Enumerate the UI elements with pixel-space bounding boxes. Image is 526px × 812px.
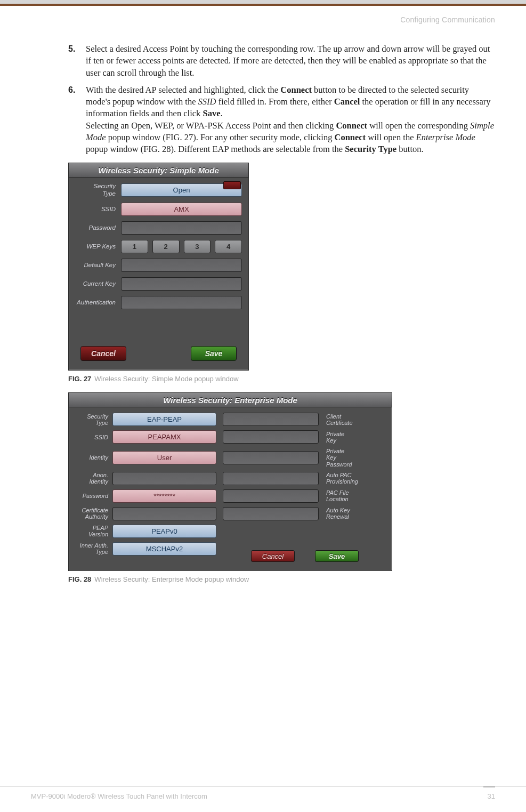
step-6-text-g: will open the corresponding <box>367 120 470 131</box>
current-key-label: Current Key <box>75 280 121 287</box>
wep-key-4[interactable]: 4 <box>215 240 242 253</box>
inner-auth-field[interactable]: MSCHAPv2 <box>112 542 216 556</box>
wep-keys-label: WEP Keys <box>75 243 121 250</box>
cert-authority-field[interactable] <box>112 507 216 520</box>
figure-28-caption-text: Wireless Security: Enterprise Mode popup… <box>94 575 249 583</box>
private-key-password-label: Private Key Password <box>323 448 385 467</box>
save-word: Save <box>203 108 220 118</box>
simple-mode-body: Security Type Open SSID AMX Password WEP… <box>69 178 248 309</box>
default-key-field[interactable] <box>121 259 242 272</box>
step-6-text-j: popup window (FIG. 28). Different EAP me… <box>86 144 345 154</box>
peap-version-label: PEAP Version <box>74 525 112 537</box>
ssid-label: SSID <box>75 206 121 213</box>
auto-key-renewal-field[interactable] <box>223 507 319 520</box>
figure-28: Wireless Security: Enterprise Mode Secur… <box>68 392 495 583</box>
step-6-text-f: Selecting an Open, WEP, or WPA-PSK Acces… <box>86 120 336 131</box>
inner-auth-label: Inner Auth. Type <box>74 542 112 555</box>
enterprise-mode-title: Wireless Security: Enterprise Mode <box>69 393 392 407</box>
connect-word: Connect <box>280 85 312 95</box>
private-key-password-field[interactable] <box>223 451 319 464</box>
pac-file-label: PAC File Location <box>323 489 385 502</box>
anon-identity-label: Anon. Identity <box>74 472 112 485</box>
ent-security-type-field[interactable]: EAP-PEAP <box>112 413 216 426</box>
identity-label: Identity <box>74 454 112 461</box>
simple-mode-panel: Wireless Security: Simple Mode Security … <box>68 163 249 371</box>
ssid-word: SSID <box>198 97 216 107</box>
close-indicator[interactable] <box>223 181 241 189</box>
auto-pac-field[interactable] <box>223 472 319 485</box>
connect-word-3: Connect <box>335 132 366 142</box>
instruction-list: Select a desired Access Point by touchin… <box>31 43 495 155</box>
default-key-label: Default Key <box>75 262 121 269</box>
wep-key-row: 1 2 3 4 <box>121 240 242 253</box>
step-5: Select a desired Access Point by touchin… <box>68 43 495 79</box>
step-5-text: Select a desired Access Point by touchin… <box>86 44 490 78</box>
enterprise-mode-panel: Wireless Security: Enterprise Mode Secur… <box>68 392 392 571</box>
section-heading: Configuring Communication <box>31 15 495 24</box>
password-field[interactable] <box>121 221 242 235</box>
identity-field[interactable]: User <box>112 451 216 464</box>
figure-27: Wireless Security: Simple Mode Security … <box>68 163 495 383</box>
step-6-text-h: popup window (FIG. 27). For any other se… <box>106 132 335 142</box>
ent-ssid-label: SSID <box>74 434 112 440</box>
figure-28-tag: FIG. 28 <box>68 575 91 583</box>
save-button[interactable]: Save <box>191 346 237 361</box>
step-6-text-c: field filled in. From there, either <box>216 97 334 107</box>
ent-ssid-field[interactable]: PEAPAMX <box>112 430 216 444</box>
simple-mode-buttons: Cancel Save <box>69 346 248 361</box>
page-footer: MVP-9000i Modero® Wireless Touch Panel w… <box>0 786 526 800</box>
cert-authority-label: Certificate Authority <box>74 507 112 520</box>
authentication-field[interactable] <box>121 296 242 309</box>
peap-version-field[interactable]: PEAPv0 <box>112 525 216 538</box>
wep-key-3[interactable]: 3 <box>184 240 211 253</box>
client-certificate-label: Client Certificate <box>323 413 385 426</box>
pac-file-field[interactable] <box>223 489 319 503</box>
page-content: Configuring Communication Select a desir… <box>0 6 526 583</box>
ssid-field[interactable]: AMX <box>121 203 242 216</box>
ent-security-type-label: Security Type <box>74 413 112 426</box>
figure-27-tag: FIG. 27 <box>68 375 91 383</box>
wep-key-2[interactable]: 2 <box>152 240 180 253</box>
page-top-rule <box>0 0 526 6</box>
anon-identity-field[interactable] <box>112 472 216 485</box>
figure-28-caption: FIG. 28Wireless Security: Enterprise Mod… <box>68 575 495 583</box>
simple-mode-title: Wireless Security: Simple Mode <box>69 163 248 178</box>
authentication-label: Authentication <box>75 299 121 306</box>
figure-27-caption: FIG. 27Wireless Security: Simple Mode po… <box>68 375 495 383</box>
ent-password-label: Password <box>74 493 112 499</box>
ent-save-button[interactable]: Save <box>315 550 359 562</box>
step-6-text-i: will open the <box>366 132 416 142</box>
enterprise-mode-word: Enterprise Mode <box>416 132 475 142</box>
wep-key-1[interactable]: 1 <box>121 240 148 253</box>
password-label: Password <box>75 224 121 231</box>
client-certificate-field[interactable] <box>223 413 319 426</box>
ent-cancel-button[interactable]: Cancel <box>251 550 295 562</box>
cancel-word: Cancel <box>334 97 360 107</box>
auto-key-renewal-label: Auto Key Renewal <box>323 507 385 520</box>
auto-pac-label: Auto PAC Provisioning <box>323 472 385 485</box>
private-key-label: Private Key <box>323 431 385 444</box>
step-6: With the desired AP selected and highlig… <box>68 84 495 156</box>
current-key-field[interactable] <box>121 277 242 291</box>
enterprise-mode-grid: Security Type EAP-PEAP Client Certificat… <box>69 407 392 555</box>
step-6-text-a: With the desired AP selected and highlig… <box>86 85 280 95</box>
footer-left: MVP-9000i Modero® Wireless Touch Panel w… <box>31 792 207 800</box>
security-type-label: Security Type <box>75 183 121 197</box>
ent-password-field[interactable]: ******** <box>112 489 216 503</box>
step-6-text-k: button. <box>396 144 423 154</box>
footer-rule-accent <box>483 786 495 787</box>
security-type-word: Security Type <box>345 144 396 154</box>
figure-27-caption-text: Wireless Security: Simple Mode popup win… <box>94 375 238 383</box>
enterprise-mode-buttons: Cancel Save <box>251 550 359 562</box>
step-6-text-e: . <box>220 108 222 118</box>
private-key-field[interactable] <box>223 430 319 444</box>
page-number: 31 <box>488 792 495 800</box>
cancel-button[interactable]: Cancel <box>80 346 126 361</box>
connect-word-2: Connect <box>336 120 367 131</box>
